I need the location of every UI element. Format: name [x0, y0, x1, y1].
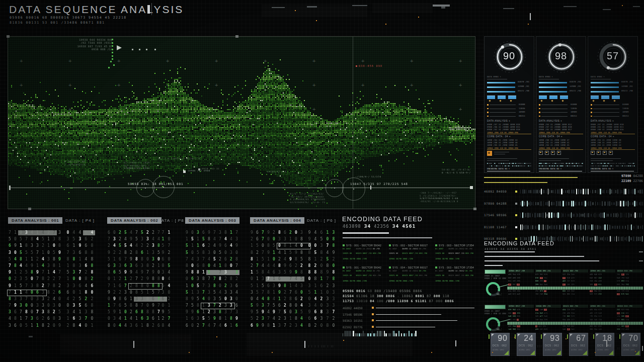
- orange-row-value: 08453: [622, 115, 629, 117]
- green-cell: 210: [621, 312, 625, 314]
- table-cell-row: 692 364 792: [617, 284, 642, 286]
- grid-row: 8659949790: [106, 270, 162, 277]
- table-cell-row: 443 672 449: [508, 293, 533, 295]
- blue-block: [591, 96, 599, 99]
- grid-row: 0448412862: [249, 297, 304, 303]
- section-title: DATA ANALYSIS +: [487, 120, 510, 122]
- cyan-bar-value: 09472 /98: [570, 89, 581, 92]
- green-cell: 602: [567, 315, 571, 317]
- red-cell: 18: [590, 290, 593, 292]
- section-title: CORE DATA : 04 +: [487, 135, 511, 138]
- micro-line: -/104/4-/ 51/374: [355, 175, 381, 178]
- arc-gauge: 96.32: [485, 316, 502, 333]
- green-cell: 843: [540, 312, 543, 314]
- micro-cluster: 4 74/-//2- 877 /679/802116: [64, 160, 86, 166]
- border-marker: [235, 35, 238, 38]
- grid-row: 27: [160, 316, 172, 323]
- micro-cluster: -/104/4-/ 51/374: [355, 175, 381, 178]
- grid-chip-data-analysis-002[interactable]: DATA ANALYSIS : 002: [107, 217, 162, 224]
- sys-block: SYS : 001 - SECTOR 5904201 408736890 14 …: [343, 266, 386, 282]
- sys-block: SYS : 002 - SECTOR 6601701 408736890 14 …: [389, 244, 432, 260]
- tail-line: [591, 171, 634, 171]
- tiny-line: 3098 /05 31 /098 1098 45: [487, 144, 518, 146]
- blue-block: [601, 96, 609, 99]
- feed-slider[interactable]: 59363 16151: [343, 319, 479, 324]
- green-cell: 945: [625, 293, 629, 295]
- grid-row: 5937562804: [249, 303, 304, 310]
- table-cell-row: 509 477 346: [535, 315, 560, 317]
- green-cell: 402: [562, 280, 566, 282]
- green-cell: 220: [517, 312, 520, 314]
- annotation-block: 10938 046 90334 046/02 7346 088 /0317109…: [72, 38, 113, 51]
- table-cell-row: 658 729 550: [617, 290, 642, 292]
- waveform-panel: ++++++++++++++++++++++++++++++++++++++++…: [8, 36, 475, 209]
- green-marker-square: [112, 42, 113, 44]
- scan-line[interactable]: 59058 03%: 38 001/051 001 15047 5/335 97…: [10, 188, 473, 188]
- icon-row-line: [494, 152, 509, 152]
- grid-row: 10: [160, 237, 172, 243]
- dot-icon: [139, 49, 140, 50]
- tiny-line: 3098 /04 31 /098 1098 44: [591, 144, 621, 146]
- micro-line: 41/5- 17-2 2//362/53/: [290, 193, 326, 196]
- grid-row: 5167988030: [106, 257, 162, 263]
- grid-chip-data-analysis-001[interactable]: DATA ANALYSIS : 001: [8, 217, 62, 224]
- feed-slider[interactable]: 17546 98596: [343, 313, 479, 318]
- barcode-marker-icon: [515, 191, 517, 193]
- encoding2-title: ENCODING DATA FEED: [484, 240, 554, 246]
- cyan-bar-value: 34988 /01: [570, 85, 581, 87]
- table-col1-line: 0908 / 098 31 098: [485, 277, 506, 280]
- divider: [487, 160, 509, 161]
- digit-grid-data-analysis-001: 7103414273505784513869183321083055571059…: [7, 230, 62, 330]
- amber-highlight-row: 10988 /098 410 88 /0988 098: [487, 147, 531, 150]
- grid-row: 0986133867: [106, 297, 162, 303]
- feed-code-row: 4638983442356344561: [343, 223, 419, 229]
- scan-handle[interactable]: [470, 186, 473, 189]
- grid-chip-data-analysis-004[interactable]: DATA ANALYSIS : 004: [250, 217, 304, 224]
- outline-box: [128, 283, 163, 290]
- amber-highlight-row: 10988 /098 410 88 /0988 098: [539, 131, 583, 134]
- orange-row-value: 08453: [571, 115, 577, 117]
- white-line: [485, 256, 584, 257]
- outline-box: [277, 243, 311, 249]
- checkbox-square-icon: [551, 151, 555, 155]
- micro-cluster: 97-/2849-73 /438907-090402-802-75700893/…: [124, 161, 149, 170]
- red-cell: 67: [562, 284, 566, 286]
- sys-cell: 804 /98: [465, 252, 477, 257]
- grid-row: 08178: [306, 277, 337, 283]
- slider-marker-icon: [372, 307, 374, 309]
- cyan-bar-value: 04078 /04: [621, 80, 633, 83]
- sys-cell: 01 4087: [435, 270, 448, 275]
- barcode-strip: [520, 212, 643, 218]
- sys-cell: 804 /98: [419, 275, 431, 279]
- green-marker-square: [112, 52, 113, 53]
- tiny-line: 3098 /03 31 /098 1098 45: [539, 144, 570, 146]
- grid-row: 5910268887: [106, 310, 162, 316]
- orange-bullet-icon: [487, 112, 489, 113]
- noise-strip: [539, 165, 583, 167]
- green-cell: 202: [617, 309, 620, 311]
- feed-slider[interactable]: 02592 89776: [343, 325, 479, 330]
- grid-row: 5237423184: [249, 316, 304, 323]
- section-title: DATA ANALYSIS +: [539, 120, 562, 122]
- grid-chip-data-analysis-003[interactable]: DATA ANALYSIS : 003: [185, 217, 239, 224]
- feed-slider[interactable]: 46092 44059: [343, 306, 479, 311]
- green-cell: 477: [540, 315, 543, 317]
- table-cell-row: 482 173 548: [590, 312, 615, 314]
- white-line: [485, 260, 599, 261]
- grid-row: 73688: [65, 250, 95, 257]
- sys-cell: 30423 8087 /31: [356, 252, 373, 257]
- yellow-number-dim: 04288: [633, 174, 643, 178]
- grid-row: 5156398143: [249, 284, 304, 290]
- barcode-label: 97890 04288: [484, 202, 507, 205]
- table-col-header: 13046 098 /01: [535, 269, 561, 273]
- sys-cell: 36890 14 /0452: [356, 248, 373, 252]
- green-marker-square: [110, 61, 112, 62]
- sys-block: SYS : 004 - SECTOR 6601701 408736890 14 …: [389, 266, 432, 282]
- green-marker-square: [112, 58, 113, 60]
- grid-row: 3678073825: [7, 310, 62, 316]
- grid-row: 9228286135: [106, 250, 162, 257]
- yellow-number-row: 22109 22706: [621, 179, 643, 183]
- micro-cluster: /// 1 6 210579 1/ 4/28-1 9: [158, 157, 200, 160]
- table-cell-row: 748 644 209: [535, 319, 560, 321]
- orange-row-line: [593, 105, 619, 105]
